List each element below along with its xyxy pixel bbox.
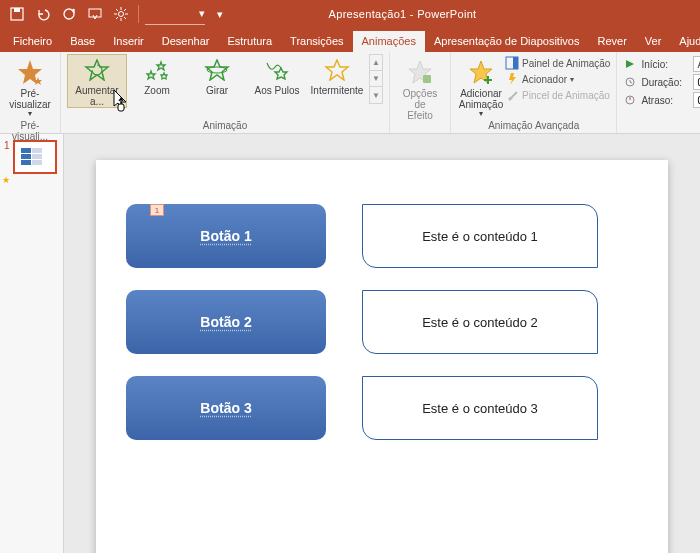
tab-transicoes[interactable]: Transições bbox=[281, 31, 352, 52]
brush-icon bbox=[505, 88, 519, 102]
tab-rever[interactable]: Rever bbox=[588, 31, 635, 52]
preview-label: Pré-visualizar bbox=[8, 88, 52, 110]
workspace: 1 ★ 1 Botão 1 Este é o conteúdo 1 Botão … bbox=[0, 134, 700, 553]
delay-label: Atraso: bbox=[641, 95, 689, 106]
play-icon bbox=[623, 57, 637, 71]
delay-icon bbox=[623, 93, 637, 107]
svg-rect-1 bbox=[14, 8, 20, 12]
tab-base[interactable]: Base bbox=[61, 31, 104, 52]
scroll-expand-icon[interactable]: ▼ bbox=[370, 87, 382, 103]
gallery-bounce[interactable]: Aos Pulos bbox=[247, 54, 307, 96]
star-spin-icon bbox=[203, 58, 231, 82]
gallery-grow-turn[interactable]: Aumentar a... bbox=[67, 54, 127, 108]
effect-options-label-2: Efeito bbox=[407, 110, 433, 121]
gallery-label: Aumentar a... bbox=[69, 85, 125, 107]
gallery-zoom[interactable]: Zoom bbox=[127, 54, 187, 96]
button-shape-2[interactable]: Botão 2 bbox=[126, 290, 326, 354]
star-multi-icon bbox=[143, 58, 171, 82]
slide-thumbnails: 1 ★ bbox=[0, 134, 64, 553]
thumb-number: 1 bbox=[4, 140, 10, 174]
duration-label: Duração: bbox=[641, 77, 689, 88]
start-combo[interactable]: Ao Clicar▼ bbox=[693, 56, 700, 72]
ribbon: Pré-visualizar ▾ Pré-visuali... Aumentar… bbox=[0, 52, 700, 134]
svg-rect-24 bbox=[423, 75, 431, 83]
slide[interactable]: 1 Botão 1 Este é o conteúdo 1 Botão 2 Es… bbox=[96, 160, 668, 553]
scroll-down-icon[interactable]: ▼ bbox=[370, 71, 382, 87]
tab-ficheiro[interactable]: Ficheiro bbox=[4, 31, 61, 52]
window-title: Apresentação1 - PowerPoint bbox=[231, 8, 574, 20]
tab-ajuda[interactable]: Ajuda bbox=[670, 31, 700, 52]
preview-button[interactable]: Pré-visualizar ▾ bbox=[6, 54, 54, 119]
save-icon[interactable] bbox=[6, 3, 28, 25]
duration-spinner[interactable]: ▲▼ bbox=[693, 74, 700, 90]
svg-line-9 bbox=[116, 9, 118, 11]
preview-star-icon bbox=[16, 58, 44, 86]
effect-options-button[interactable]: Opções de Efeito bbox=[396, 54, 444, 121]
svg-line-11 bbox=[124, 9, 126, 11]
svg-marker-22 bbox=[326, 60, 348, 80]
slide-canvas-area[interactable]: 1 Botão 1 Este é o conteúdo 1 Botão 2 Es… bbox=[64, 134, 700, 553]
qat-customize-icon[interactable]: ▾ bbox=[209, 3, 231, 25]
gallery-label: Intermitente bbox=[311, 85, 364, 96]
group-advanced-animation: Adicionar Animação ▾ Painel de Animação … bbox=[451, 52, 617, 133]
group-label-animation: Animação bbox=[67, 119, 383, 133]
gear-icon[interactable] bbox=[110, 3, 132, 25]
svg-rect-3 bbox=[89, 9, 101, 17]
animation-pane-button[interactable]: Painel de Animação bbox=[505, 56, 610, 70]
delay-input[interactable] bbox=[694, 95, 700, 106]
delay-spinner[interactable]: ▲▼ bbox=[693, 92, 700, 108]
ribbon-tabs: Ficheiro Base Inserir Desenhar Estrutura… bbox=[0, 28, 700, 52]
tab-estrutura[interactable]: Estrutura bbox=[218, 31, 281, 52]
svg-line-30 bbox=[512, 92, 517, 97]
trigger-button[interactable]: Acionador ▾ bbox=[505, 72, 610, 86]
star-bounce-icon bbox=[263, 58, 291, 82]
animation-painter-button[interactable]: Pincel de Animação bbox=[505, 88, 610, 102]
animation-tag[interactable]: 1 bbox=[150, 204, 164, 216]
svg-point-4 bbox=[119, 12, 124, 17]
duration-input[interactable] bbox=[694, 77, 700, 88]
start-label: Início: bbox=[641, 59, 689, 70]
group-label-timing: Tempor bbox=[623, 119, 700, 133]
gallery-label: Girar bbox=[206, 85, 228, 96]
tab-animacoes[interactable]: Animações bbox=[353, 31, 425, 52]
effect-options-icon bbox=[406, 58, 434, 86]
svg-marker-17 bbox=[157, 62, 165, 70]
pane-icon bbox=[505, 56, 519, 70]
star-yellow-icon bbox=[323, 58, 351, 82]
svg-line-12 bbox=[116, 17, 118, 19]
slide-thumbnail-1[interactable] bbox=[13, 140, 57, 174]
tab-desenhar[interactable]: Desenhar bbox=[153, 31, 219, 52]
tab-apresentacao[interactable]: Apresentação de Diapositivos bbox=[425, 31, 589, 52]
qat-dropdown[interactable]: ▾ bbox=[145, 3, 205, 25]
gallery-scroll[interactable]: ▲ ▼ ▼ bbox=[369, 54, 383, 104]
gallery-swivel[interactable]: Girar bbox=[187, 54, 247, 96]
svg-marker-16 bbox=[147, 71, 155, 79]
svg-marker-31 bbox=[626, 60, 634, 68]
content-shape-3[interactable]: Este é o conteúdo 3 bbox=[362, 376, 598, 440]
effect-options-label-1: Opções de bbox=[398, 88, 442, 110]
redo-icon[interactable] bbox=[58, 3, 80, 25]
tab-inserir[interactable]: Inserir bbox=[104, 31, 153, 52]
add-animation-button[interactable]: Adicionar Animação ▾ bbox=[457, 54, 505, 119]
gallery-pulse[interactable]: Intermitente bbox=[307, 54, 367, 96]
group-timing: Início: Ao Clicar▼ Duração: ▲▼ Atraso: ▲… bbox=[617, 52, 700, 133]
svg-marker-18 bbox=[161, 73, 167, 79]
slideshow-icon[interactable] bbox=[84, 3, 106, 25]
svg-line-10 bbox=[124, 17, 126, 19]
group-label-advanced: Animação Avançada bbox=[457, 119, 610, 133]
add-animation-label-1: Adicionar bbox=[460, 88, 502, 99]
content-shape-2[interactable]: Este é o conteúdo 2 bbox=[362, 290, 598, 354]
clock-icon bbox=[623, 75, 637, 89]
content-shape-1[interactable]: Este é o conteúdo 1 bbox=[362, 204, 598, 268]
add-star-icon bbox=[467, 58, 495, 86]
svg-rect-29 bbox=[513, 57, 518, 69]
svg-marker-15 bbox=[86, 60, 108, 80]
animation-indicator-icon: ★ bbox=[2, 175, 10, 185]
svg-marker-19 bbox=[206, 60, 228, 80]
scroll-up-icon[interactable]: ▲ bbox=[370, 55, 382, 71]
undo-icon[interactable] bbox=[32, 3, 54, 25]
gallery-label: Zoom bbox=[144, 85, 170, 96]
tab-ver[interactable]: Ver bbox=[636, 31, 671, 52]
group-animation-gallery: Aumentar a... Zoom Girar Aos Pulos Inter… bbox=[61, 52, 390, 133]
button-shape-3[interactable]: Botão 3 bbox=[126, 376, 326, 440]
